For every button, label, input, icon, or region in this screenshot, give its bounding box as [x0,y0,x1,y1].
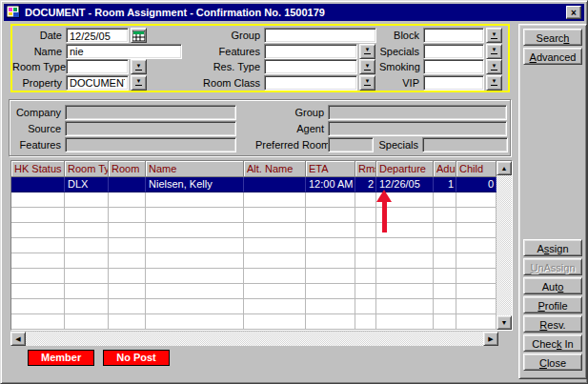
column-header-room-type[interactable]: Room Type [65,161,109,177]
reservations-table: HK StatusRoom TypeRoomNameAlt. NameETARm… [10,160,513,331]
cell-child [456,269,497,284]
cell-child [456,192,497,208]
vertical-scrollbar-track[interactable] [497,175,512,315]
room-class-dropdown-button[interactable]: ▼ [359,75,375,91]
scroll-right-icon[interactable]: ▶ [483,332,498,346]
column-header-departure[interactable]: Departure [376,161,434,177]
info-features-label: Features [10,139,65,151]
features-input[interactable] [264,44,357,59]
calendar-button[interactable] [131,28,147,43]
cell-adult [434,238,456,253]
cell-child [456,314,497,330]
table-row[interactable] [11,238,497,253]
company-field [65,105,236,120]
cell-adult [434,284,456,299]
cell-room [109,238,146,253]
resv-button[interactable]: Resv. [523,315,582,333]
column-header-name[interactable]: Name [146,161,244,177]
horizontal-scrollbar[interactable]: ◀ ▶ [10,332,498,346]
cell-room [109,253,146,269]
room-class-input[interactable] [264,75,357,91]
cell-departure [376,269,434,284]
table-row[interactable] [11,269,497,284]
close-window-button[interactable]: × [566,6,581,19]
cell-hk-status [11,223,65,238]
table-grid: HK StatusRoom TypeRoomNameAlt. NameETARm… [11,161,497,330]
bottom-button-stack: Assign UnAssign Auto Profile Resv. Check… [523,239,582,373]
table-row[interactable] [11,314,497,330]
table-row[interactable] [11,284,497,299]
column-header-eta[interactable]: ETA [306,161,355,177]
res-type-dropdown-button[interactable]: ▼ [359,59,375,74]
cell-eta [306,192,355,208]
scroll-up-icon[interactable]: ▲ [497,161,512,175]
smoking-dropdown-button[interactable]: ▼ [486,59,502,74]
res-type-input[interactable] [264,59,357,74]
check-in-button[interactable]: Check In [523,334,582,352]
cell-room [109,299,146,314]
table-row[interactable] [11,208,497,223]
column-header-room[interactable]: Room [109,161,146,177]
table-row[interactable] [11,253,497,269]
table-row[interactable] [11,223,497,238]
assign-button[interactable]: Assign [523,239,582,256]
column-header-child[interactable]: Child [456,161,497,177]
cell-hk-status [11,208,65,223]
block-dropdown-button[interactable]: ▼ [486,28,502,43]
cell-eta [306,223,355,238]
block-input[interactable] [423,28,484,43]
group-input[interactable] [264,28,376,43]
annotation-arrow-icon [376,190,393,234]
scroll-left-icon[interactable]: ◀ [10,332,26,346]
room-type-input[interactable] [66,59,129,74]
scroll-down-icon[interactable]: ▼ [497,315,512,330]
group-label: Group [186,30,264,41]
cell-rms [355,269,376,284]
room-assignment-window: DOCUMENT - Room Assignment - Confirmatio… [0,0,588,384]
close-button[interactable]: Close [523,354,582,371]
cell-hk-status [11,269,65,284]
name-input[interactable] [66,44,182,59]
cell-alt-name [244,192,306,208]
features-dropdown-button[interactable]: ▼ [359,44,375,59]
date-input[interactable] [66,28,129,43]
horizontal-scrollbar-track[interactable] [26,332,483,346]
info-specials-label: Specials [374,139,422,151]
cell-adult [434,314,456,330]
specials-dropdown-button[interactable]: ▼ [486,44,502,59]
property-input[interactable] [66,75,129,91]
company-label: Company [10,107,65,118]
vip-dropdown-button[interactable]: ▼ [486,75,502,91]
column-header-hk-status[interactable]: HK Status [11,161,65,177]
column-header-adult[interactable]: Adult [434,161,456,177]
room-type-dropdown-button[interactable]: ▼ [131,59,147,74]
table-row[interactable] [11,299,497,314]
table-header-row: HK StatusRoom TypeRoomNameAlt. NameETARm… [11,161,497,177]
column-header-alt-name[interactable]: Alt. Name [244,161,306,177]
property-dropdown-button[interactable]: ▼ [131,75,147,91]
cell-hk-status [11,253,65,269]
profile-button[interactable]: Profile [523,296,582,313]
dropdown-icon: ▼ [364,79,372,86]
cell-child [456,299,497,314]
smoking-input[interactable] [423,59,484,74]
info-group-field [328,105,507,120]
auto-button[interactable]: Auto [523,277,582,294]
cell-room-type [65,192,109,208]
agent-field [328,121,507,136]
advanced-button[interactable]: Advanced [523,48,582,65]
column-header-rms[interactable]: Rms [355,161,376,177]
cell-eta [306,253,355,269]
cell-adult [434,269,456,284]
vip-input[interactable] [423,75,484,91]
table-row-selected[interactable]: DLXNielsen, Kelly12:00 AM212/26/0510 [11,177,497,192]
table-row[interactable] [11,192,497,208]
search-button[interactable]: Search [523,29,582,46]
cell-room-type [65,208,109,223]
cell-room [109,269,146,284]
specials-input[interactable] [423,44,484,59]
arrow-stem [382,201,387,232]
cell-rms [355,238,376,253]
unassign-button: UnAssign [523,258,582,275]
vertical-scrollbar[interactable]: ▲ ▼ [497,161,512,330]
